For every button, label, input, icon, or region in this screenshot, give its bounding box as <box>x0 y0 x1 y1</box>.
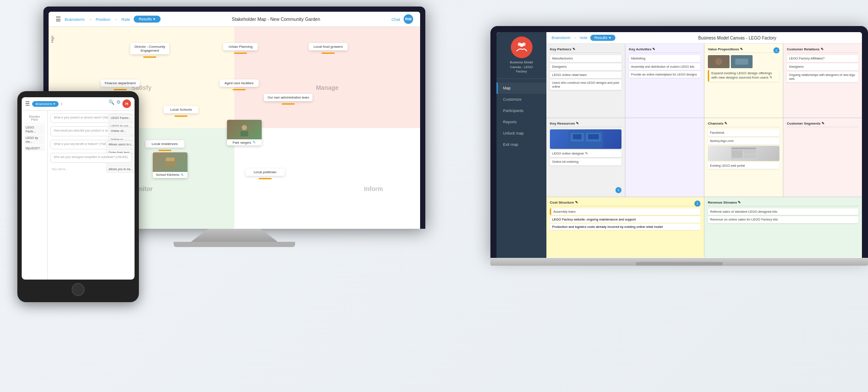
key-resources-badge: 1 <box>615 187 621 193</box>
tablet-node-1[interactable]: LEGO Facto... <box>24 125 45 134</box>
key-partners-users[interactable]: Users who construct new LEGO designs and… <box>550 79 621 90</box>
laptop-main: Brainstorm → Vote Results ▾ Business Mod… <box>546 32 862 258</box>
canvas-customer-relations: Customer Relations ✎ LEGO Factory Affili… <box>783 44 862 118</box>
channels-facebook[interactable]: Facebook <box>708 129 779 136</box>
laptop-topbar: Brainstorm → Vote Results ▾ Business Mod… <box>546 32 862 44</box>
key-partners-designers[interactable]: Designers <box>550 63 621 70</box>
tablet-node-3[interactable]: MyLEGO? <box>24 145 45 151</box>
svg-rect-2 <box>164 160 176 167</box>
stakeholder-food-growers[interactable]: Local food growers <box>309 43 348 50</box>
stakeholder-admin[interactable]: Our own administration team <box>264 94 312 101</box>
school-kitchens-photo <box>153 152 187 172</box>
channels-title: Channels ✎ <box>708 122 779 127</box>
key-partners-title: Key Partners ✎ <box>550 47 621 53</box>
monitor-arrow1: → <box>88 17 92 22</box>
canvas-key-partners: Key Partners ✎ Manufacturers Designers L… <box>546 44 625 118</box>
revenue-referral[interactable]: Referral sales of standard LEGO-designed… <box>708 208 858 215</box>
tablet-user-avatar[interactable]: H <box>122 99 131 108</box>
revenue-streams-title: Revenue Streams ✎ <box>708 201 858 206</box>
tablet-answer-3-1[interactable]: Allows users to c... <box>106 141 135 148</box>
customer-segments-title: Customer Segments ✎ <box>787 122 858 127</box>
monitor-user-avatar[interactable]: RW <box>404 14 413 24</box>
value-props-badge: 2 <box>773 47 779 53</box>
channels-factory-lego[interactable]: factory.lego.com <box>708 138 779 145</box>
tablet-search-icon[interactable]: 🔍 <box>108 99 115 108</box>
sidebar-item-participants[interactable]: Participants <box>496 105 546 116</box>
monitor-rate-link[interactable]: Rate <box>122 17 130 22</box>
tablet-home-button[interactable] <box>72 283 85 296</box>
key-activities-assembly[interactable]: Assembly and distribution of custom LEGO… <box>629 63 700 70</box>
value-props-title: Value Propositions ✎ <box>708 47 779 53</box>
key-resources-designer[interactable]: LEGO online designer ✎ <box>550 150 621 157</box>
monitor-brainstorm-link[interactable]: Brainstorm <box>65 17 85 22</box>
key-resources-ordering[interactable]: Online kit ordering <box>550 158 621 165</box>
school-kitchens-label: School Kitchens ✎ <box>153 172 187 178</box>
svg-rect-3 <box>166 158 174 161</box>
stakeholder-residences[interactable]: Local residences <box>145 140 184 148</box>
customer-designers[interactable]: Designers <box>787 63 858 70</box>
key-activities-marketplace[interactable]: Provide an online marketplace for LEGO d… <box>629 71 700 78</box>
stakeholder-schools[interactable]: Local Schools <box>164 106 198 113</box>
key-activities-marketing[interactable]: Marketing <box>629 55 700 62</box>
sidebar-item-map[interactable]: Map <box>496 82 546 94</box>
sidebar-item-unlock-map[interactable]: Unlock map <box>496 128 546 139</box>
key-partners-retail[interactable]: LEGO online retail team <box>550 72 621 79</box>
tablet-sidebar: Elevator Pitch LEGO Facto... LEGO by me.… <box>22 111 48 280</box>
tablet-hamburger-icon[interactable]: ☰ <box>25 101 30 107</box>
tablet-answer-1-1[interactable]: LEGO Factor... <box>108 114 135 122</box>
cost-logistics: Production and logistics costs already i… <box>550 224 700 230</box>
svg-rect-20 <box>744 155 756 158</box>
channels-web-portal[interactable]: Existing LEGO web portal <box>708 162 779 169</box>
business-canvas-grid: Key Partners ✎ Manufacturers Designers L… <box>546 44 862 257</box>
monitor-position-link[interactable]: Position <box>95 17 110 22</box>
sidebar-item-exit-map[interactable]: Exit map <box>496 139 546 150</box>
svg-rect-10 <box>735 59 748 65</box>
laptop-brainstorm-link[interactable]: Brainstorm <box>552 36 571 40</box>
stakeholder-urban[interactable]: Urban Planning <box>223 43 258 50</box>
monitor-hamburger-icon[interactable]: ☰ <box>56 16 61 23</box>
sidebar-item-reports[interactable]: Reports <box>496 116 546 128</box>
key-activities-title: Key Activities ✎ <box>629 47 700 53</box>
tablet-outer: ☰ Brainstorm ▾ › 🔍 ⚙ H Elevator Pitch LE… <box>17 91 139 302</box>
laptop-vote-link[interactable]: Vote <box>580 36 588 40</box>
tablet-icons-group: 🔍 ⚙ H <box>108 99 131 108</box>
laptop-screen-inner: Business ModelCanvas - LEGOFactory Map C… <box>496 32 862 258</box>
value-prop-highlight[interactable]: Expand existing LEGO design offerings wi… <box>708 70 779 82</box>
revenue-online[interactable]: Revenue on online sales for LEGO Factory… <box>708 216 858 223</box>
tablet-device: ☰ Brainstorm ▾ › 🔍 ⚙ H Elevator Pitch LE… <box>17 91 139 302</box>
laptop-results-button[interactable]: Results ▾ <box>590 35 615 41</box>
stakeholder-politician[interactable]: Local politician <box>246 168 285 176</box>
stakeholder-school-kitchens[interactable]: School Kitchens ✎ <box>153 152 187 178</box>
svg-rect-14 <box>573 134 582 139</box>
cost-website: LEGO Factory website, ongoing maintenanc… <box>550 216 700 223</box>
tablet-question-4[interactable]: Who are your strongest competitor or sub… <box>50 153 132 162</box>
customer-affiliates[interactable]: LEGO Factory Affiliates? <box>787 55 858 62</box>
canvas-revenue-streams: Revenue Streams ✎ Referral sales of stan… <box>704 197 862 258</box>
canvas-spacer <box>625 118 704 196</box>
monitor-topbar: ☰ Brainstorm → Position → Rate Results ▾… <box>49 12 420 27</box>
key-resources-title: Key Resources ✎ <box>550 122 621 127</box>
axis-high-label: High <box>50 36 54 43</box>
laptop-sidebar: Business ModelCanvas - LEGOFactory Map C… <box>496 32 546 258</box>
canvas-cost-structure: Cost Structure ✎ Assembly team 1 LEGO Fa… <box>546 197 704 258</box>
stakeholder-director[interactable]: Director - CommunityEngagement <box>130 43 169 54</box>
laptop-device: Business ModelCanvas - LEGOFactory Map C… <box>490 26 868 266</box>
monitor-results-button[interactable]: Results ▾ <box>134 16 161 23</box>
customer-ongoing[interactable]: Ongoing relationships with designers of … <box>787 72 858 82</box>
svg-point-6 <box>520 43 523 47</box>
stakeholder-aged-care[interactable]: Aged care facilities <box>220 79 259 87</box>
tablet-node-2[interactable]: LEGO by me... <box>24 135 45 145</box>
laptop-arrow1: → <box>573 36 577 40</box>
tablet-answer-3-4[interactable]: allows you to ea... <box>106 165 135 173</box>
monitor-chat-button[interactable]: Chat <box>391 17 400 22</box>
sidebar-item-customize[interactable]: Customize <box>496 94 546 105</box>
tablet-brainstorm-button[interactable]: Brainstorm ▾ <box>32 101 59 107</box>
cost-assembly-team[interactable]: Assembly team <box>550 208 700 215</box>
stakeholder-park-rangers[interactable]: Park rangers ✎ <box>227 120 262 145</box>
tablet-topbar: ☰ Brainstorm ▾ › 🔍 ⚙ H <box>22 97 135 111</box>
tablet-settings-icon[interactable]: ⚙ <box>116 99 121 108</box>
stakeholder-finance[interactable]: Finance department <box>101 79 140 87</box>
canvas-key-activities: Key Activities ✎ Marketing Assembly and … <box>625 44 704 118</box>
key-partners-manufacturers[interactable]: Manufacturers <box>550 55 621 62</box>
tablet-answer-2-1[interactable]: Online sh... <box>108 127 135 135</box>
